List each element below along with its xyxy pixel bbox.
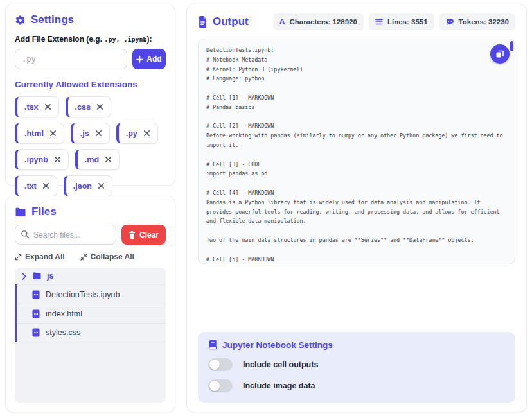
- remove-extension-icon[interactable]: [42, 182, 49, 189]
- file-tree: js DetectionTests.ipynb index.html style…: [15, 268, 166, 403]
- include-image-data-label: Include image data: [243, 381, 315, 390]
- remove-extension-icon[interactable]: [49, 130, 57, 137]
- copy-icon: [495, 49, 504, 58]
- files-panel: Files Clear Expand All Collapse All: [5, 196, 175, 412]
- toggle-row-cell-outputs: Include cell outputs: [208, 358, 505, 371]
- output-title: Output: [198, 15, 249, 28]
- include-cell-outputs-toggle[interactable]: [208, 358, 233, 371]
- extension-chip-label: .css: [75, 103, 91, 112]
- output-header: Output A Characters: 128920 Lines: 3551 …: [198, 13, 515, 30]
- settings-title: Settings: [15, 13, 166, 26]
- folder-name: js: [47, 272, 53, 281]
- folder-icon: [32, 272, 42, 280]
- extension-chip-label: .py: [126, 129, 137, 138]
- expand-all-icon: [15, 254, 22, 261]
- add-button-label: Add: [146, 55, 161, 64]
- extension-chip: .tsx: [15, 96, 59, 117]
- remove-extension-icon[interactable]: [105, 156, 112, 163]
- clear-files-button[interactable]: Clear: [121, 225, 166, 245]
- output-scrollbar-thumb[interactable]: [510, 41, 513, 51]
- file-icon: [32, 328, 40, 337]
- extension-chip-list: .tsx .css .html .js .py .ipynb .md .txt …: [15, 96, 166, 196]
- settings-panel: Settings Add File Extension (e.g. .py, .…: [5, 4, 175, 186]
- extension-chip: .md: [75, 149, 120, 170]
- include-cell-outputs-label: Include cell outputs: [243, 360, 318, 369]
- file-icon: [32, 290, 40, 299]
- clear-button-label: Clear: [139, 230, 159, 239]
- remove-extension-icon[interactable]: [96, 103, 103, 110]
- chevron-right-icon: [21, 273, 27, 280]
- add-extension-row: Add: [15, 49, 166, 69]
- characters-badge-label: Characters: 128920: [289, 18, 357, 26]
- remove-extension-icon[interactable]: [95, 130, 102, 137]
- plus-icon: [136, 56, 143, 63]
- add-extension-label-suffix: ):: [147, 35, 152, 44]
- trash-icon: [129, 230, 136, 239]
- toggle-row-image-data: Include image data: [208, 379, 505, 392]
- search-icon: [21, 230, 30, 239]
- add-extension-label-prefix: Add File Extension (e.g.: [15, 35, 104, 44]
- tree-file-group: DetectionTests.ipynb index.html styles.c…: [15, 284, 166, 342]
- remove-extension-icon[interactable]: [98, 182, 105, 189]
- lines-badge: Lines: 3551: [369, 13, 434, 30]
- collapse-all-icon: [80, 254, 87, 261]
- files-title: Files: [15, 205, 166, 218]
- extension-chip-label: .md: [85, 155, 99, 164]
- right-column: Output A Characters: 128920 Lines: 3551 …: [186, 4, 527, 412]
- extension-chip: .html: [15, 123, 64, 144]
- file-name: index.html: [46, 309, 82, 318]
- tree-file-row[interactable]: index.html: [17, 304, 166, 323]
- tokens-badge-label: Tokens: 32230: [459, 18, 509, 26]
- jupyter-settings-section: Jupyter Notebook Settings Include cell o…: [198, 332, 515, 403]
- file-name: DetectionTests.ipynb: [46, 290, 120, 299]
- extension-chip: .ipynb: [15, 149, 69, 170]
- left-column: Settings Add File Extension (e.g. .py, .…: [5, 4, 175, 412]
- file-icon: [32, 309, 40, 318]
- tokens-badge: Tokens: 32230: [439, 13, 515, 30]
- extension-chip: .json: [64, 175, 112, 196]
- extension-chip: .py: [116, 123, 158, 144]
- book-icon: [208, 340, 217, 350]
- speech-bubble-icon: [446, 18, 454, 26]
- search-files-input[interactable]: [15, 225, 116, 245]
- add-extension-label-mono: .py, .ipynb: [104, 36, 146, 43]
- extension-chip: .css: [66, 96, 111, 117]
- add-extension-label: Add File Extension (e.g. .py, .ipynb):: [15, 35, 166, 44]
- settings-title-text: Settings: [31, 13, 74, 26]
- output-stats: A Characters: 128920 Lines: 3551 Tokens:…: [273, 13, 515, 30]
- characters-badge: A Characters: 128920: [273, 13, 364, 30]
- output-panel: Output A Characters: 128920 Lines: 3551 …: [186, 4, 527, 412]
- add-extension-button[interactable]: Add: [132, 49, 166, 69]
- extension-chip-label: .txt: [24, 182, 37, 191]
- tree-file-row[interactable]: styles.css: [17, 323, 166, 342]
- extension-chip-label: .js: [80, 129, 89, 138]
- collapse-all-button[interactable]: Collapse All: [80, 252, 134, 261]
- include-image-data-toggle[interactable]: [208, 379, 233, 392]
- extension-chip-label: .ipynb: [24, 155, 48, 164]
- file-search-row: Clear: [15, 225, 166, 245]
- allowed-extensions-heading: Currently Allowed Extensions: [15, 80, 166, 89]
- collapse-all-label: Collapse All: [91, 252, 134, 261]
- folder-icon: [15, 207, 26, 217]
- extension-input[interactable]: [15, 49, 127, 69]
- expand-all-button[interactable]: Expand All: [15, 252, 65, 261]
- files-title-text: Files: [31, 205, 57, 218]
- extension-chip: .txt: [15, 175, 57, 196]
- toggle-knob: [209, 381, 220, 391]
- tree-folder-js[interactable]: js: [15, 268, 166, 284]
- jupyter-settings-title-text: Jupyter Notebook Settings: [222, 340, 333, 350]
- lines-badge-label: Lines: 3551: [387, 18, 428, 26]
- output-title-text: Output: [213, 15, 249, 28]
- jupyter-settings-title: Jupyter Notebook Settings: [208, 340, 505, 350]
- lines-icon: [375, 19, 383, 25]
- copy-output-button[interactable]: [490, 44, 510, 64]
- search-field-wrap: [15, 225, 116, 245]
- extension-chip-label: .html: [24, 129, 44, 138]
- extension-chip: .js: [71, 123, 110, 144]
- remove-extension-icon[interactable]: [143, 130, 150, 137]
- font-a-icon: A: [279, 17, 285, 26]
- remove-extension-icon[interactable]: [54, 156, 61, 163]
- remove-extension-icon[interactable]: [44, 103, 51, 110]
- tree-file-row[interactable]: DetectionTests.ipynb: [17, 284, 166, 304]
- tree-actions-row: Expand All Collapse All: [15, 252, 166, 261]
